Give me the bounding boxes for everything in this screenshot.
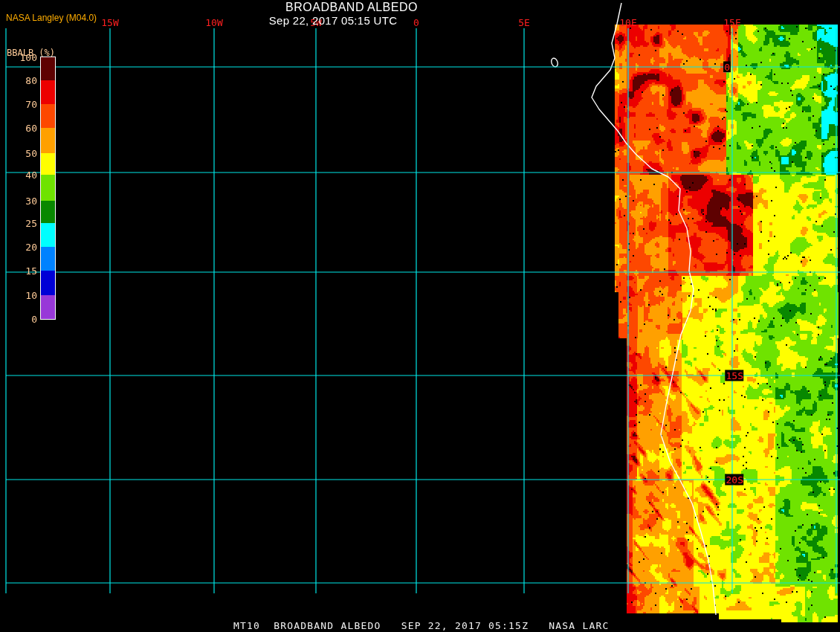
colorbar-tick-label: 0	[4, 314, 37, 325]
longitude-tick-label: 0	[413, 17, 419, 28]
colorbar-tick-label: 30	[4, 196, 37, 207]
colorbar-tick-label: 25	[4, 218, 37, 229]
latlon-grid-overlay	[0, 0, 840, 632]
footer-caption: MT10 BROADBAND ALBEDO SEP 22, 2017 05:15…	[233, 620, 610, 631]
colorbar-segment	[41, 175, 55, 201]
colorbar-tick-label: 15	[4, 265, 37, 277]
colorbar-tick-label: 40	[4, 170, 37, 181]
latitude-tick-label: 20S	[725, 474, 743, 486]
timestamp-label: Sep 22, 2017 05:15 UTC	[269, 14, 398, 27]
colorbar-segment	[41, 271, 55, 295]
longitude-tick-label: 15W	[101, 17, 118, 28]
viewport: NASA Langley (M04.0) BROADBAND ALBEDO Se…	[0, 0, 840, 632]
branding-label: NASA Langley (M04.0)	[6, 13, 97, 23]
colorbar-segment	[41, 201, 55, 223]
colorbar-segment	[41, 247, 55, 271]
colorbar-tick-label: 60	[4, 123, 37, 134]
longitude-tick-label: 5E	[518, 17, 530, 28]
latitude-tick-label: 0	[723, 62, 731, 73]
colorbar-tick-label: 50	[4, 148, 37, 159]
colorbar-tick-label: 70	[4, 99, 37, 110]
colorbar-segment	[41, 128, 55, 153]
colorbar-segment	[41, 57, 55, 80]
colorbar-segment	[41, 104, 55, 128]
colorbar-tick-label: 100	[4, 52, 37, 63]
page-title: BROADBAND ALBEDO	[285, 1, 418, 14]
colorbar-segment	[41, 295, 55, 319]
colorbar-segment	[41, 80, 55, 104]
colorbar-tick-label: 10	[4, 290, 37, 301]
longitude-tick-label: 15E	[723, 17, 740, 28]
colorbar-segment	[41, 153, 55, 175]
latitude-tick-label: 15S	[725, 370, 743, 381]
colorbar	[40, 57, 56, 320]
colorbar-tick-label: 80	[4, 75, 37, 86]
longitude-tick-label: 10W	[205, 17, 222, 28]
colorbar-tick-label: 20	[4, 242, 37, 253]
longitude-tick-label: 10E	[619, 17, 636, 28]
colorbar-segment	[41, 223, 55, 247]
